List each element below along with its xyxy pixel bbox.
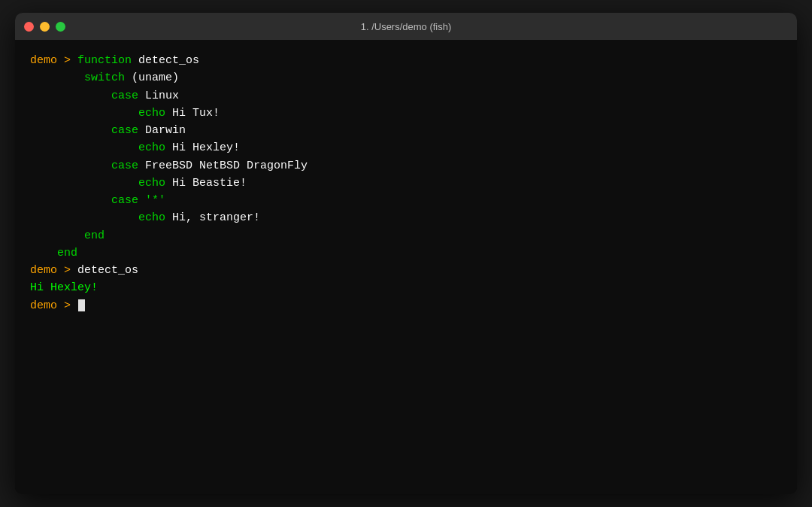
- terminal-window: 1. /Users/demo (fish) demo > function de…: [15, 13, 797, 494]
- window-title: 1. /Users/demo (fish): [361, 21, 452, 32]
- terminal-content: demo > function detect_os switch (uname)…: [30, 52, 782, 314]
- minimize-button[interactable]: [40, 22, 50, 32]
- cursor: [78, 299, 85, 311]
- traffic-lights: [24, 22, 65, 32]
- terminal-body[interactable]: demo > function detect_os switch (uname)…: [15, 40, 797, 494]
- maximize-button[interactable]: [56, 22, 65, 32]
- titlebar: 1. /Users/demo (fish): [15, 13, 797, 40]
- close-button[interactable]: [24, 22, 34, 32]
